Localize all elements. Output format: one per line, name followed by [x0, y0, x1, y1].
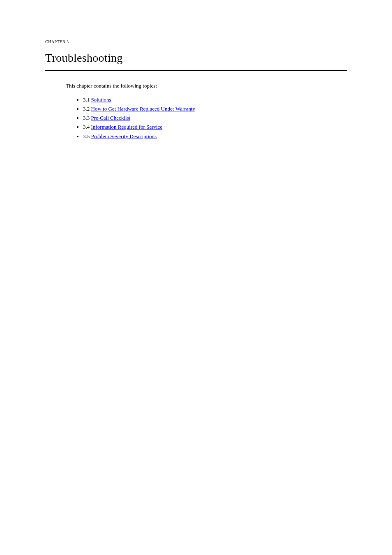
topic-link-hardware-warranty[interactable]: How to Get Hardware Replaced Under Warra… [91, 106, 196, 112]
topic-link-info-for-service[interactable]: Information Required for Service [91, 124, 163, 130]
intro-text: This chapter contains the following topi… [66, 82, 347, 90]
topic-link-problem-severity[interactable]: Problem Severity Descriptions [91, 133, 157, 139]
link-number: 3.4 [83, 124, 91, 130]
list-item: 3.1 Solutions [83, 95, 347, 104]
topic-link-precall-checklist[interactable]: Pre-Call Checklist [91, 115, 131, 121]
header-divider [45, 70, 347, 71]
topic-list: 3.1 Solutions 3.2 How to Get Hardware Re… [83, 95, 347, 141]
link-number: 3.3 [83, 115, 91, 121]
list-item: 3.4 Information Required for Service [83, 123, 347, 132]
chapter-title: Troubleshooting [45, 51, 347, 65]
list-item: 3.3 Pre-Call Checklist [83, 113, 347, 123]
link-number: 3.2 [83, 106, 91, 112]
topic-link-solutions[interactable]: Solutions [91, 97, 111, 103]
chapter-label: CHAPTER 3 [45, 39, 347, 44]
link-number: 3.1 [83, 97, 91, 103]
chapter-header: CHAPTER 3 Troubleshooting [45, 39, 347, 65]
list-item: 3.5 Problem Severity Descriptions [83, 132, 347, 141]
list-item: 3.2 How to Get Hardware Replaced Under W… [83, 104, 347, 113]
link-number: 3.5 [83, 133, 91, 139]
